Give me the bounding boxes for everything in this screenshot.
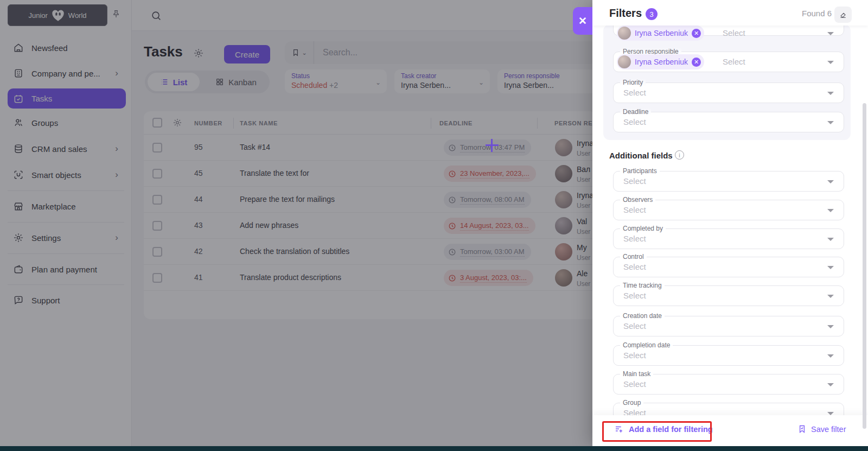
selected-person-chip: Iryna Serbeniuk ✕ [617,26,704,41]
dropdown-caret-icon [827,180,834,183]
plus-cursor-icon [486,139,499,152]
info-icon[interactable]: i [675,150,684,160]
field-label: Control [620,253,647,261]
filter-field-time-tracking[interactable]: Time tracking Select [613,285,844,306]
app-screen: Junior World Newsfeed Company and pe... … [0,0,868,451]
select-placeholder: Select [623,262,646,271]
dropdown-caret-icon [827,325,834,328]
bottom-edge-strip [0,446,868,451]
filters-panel-header: Filters 3 Found 6 [592,0,868,26]
filter-field-deadline[interactable]: Deadline Select [613,112,844,132]
filter-field-completed-by[interactable]: Completed by Select [613,228,844,249]
button-label: Save filter [811,425,846,434]
field-label: Group [620,399,643,406]
save-filter-button[interactable]: Save filter [797,424,846,434]
field-label: Participants [620,167,660,175]
field-label: Creation date [620,312,665,320]
scrollbar[interactable] [863,103,866,429]
close-panel-button[interactable]: ✕ [573,7,592,35]
dropdown-caret-icon [827,266,834,269]
filter-field-priority[interactable]: Priority Select [613,82,844,103]
remove-chip-icon[interactable]: ✕ [692,58,701,67]
select-placeholder: Select [623,291,646,300]
button-label: Add a field for filtering [629,425,713,434]
filter-field-participants[interactable]: Participants Select [613,171,844,192]
dropdown-caret-icon [827,61,834,64]
modal-overlay [0,0,592,451]
remove-chip-icon[interactable]: ✕ [692,29,701,38]
field-label: Completed by [620,225,666,232]
filter-field-completion-date[interactable]: Completion date Select [613,345,844,366]
filter-field-control[interactable]: Control Select [613,257,844,277]
filters-title: Filters [609,7,642,20]
select-placeholder: Select [623,321,646,331]
clear-filters-button[interactable] [834,7,852,23]
dropdown-caret-icon [827,92,834,95]
field-label: Main task [620,370,653,378]
dropdown-caret-icon [827,295,834,298]
chip-person-name: Iryna Serbeniuk [635,29,688,37]
save-bookmark-icon [797,424,807,434]
field-label: Priority [620,79,646,86]
filter-field-creation-date[interactable]: Creation date Select [613,316,844,336]
dropdown-caret-icon [827,121,834,124]
select-placeholder: Select [723,57,745,66]
dropdown-caret-icon [827,238,834,241]
add-field-for-filtering-button[interactable]: Add a field for filtering [614,424,713,434]
found-count: Found 6 [802,9,832,18]
chip-person-name: Iryna Serbeniuk [635,58,688,66]
filters-panel-footer: Add a field for filtering Save filter [592,415,868,446]
filter-field-person-responsible[interactable]: Person responsible Iryna Serbeniuk ✕ Sel… [613,52,844,72]
filters-count-badge: 3 [646,8,658,20]
avatar [618,55,631,68]
dropdown-caret-icon [827,32,834,35]
dropdown-caret-icon [827,354,834,358]
additional-fields-title: Additional fields [609,151,673,160]
filter-field-observers[interactable]: Observers Select [613,200,844,220]
select-placeholder: Select [623,176,646,186]
select-placeholder: Select [623,117,646,126]
field-label: Observers [620,196,655,204]
field-label: Completion date [620,341,673,349]
select-placeholder: Select [623,205,646,214]
filter-field-main-task[interactable]: Main task Select [613,374,844,395]
select-placeholder: Select [623,379,646,389]
dropdown-caret-icon [827,383,834,386]
select-placeholder: Select [623,88,646,97]
dropdown-caret-icon [827,209,834,212]
eraser-icon [839,10,847,19]
filter-add-icon [614,424,624,434]
select-placeholder: Select [623,234,646,243]
select-placeholder: Select [723,28,745,37]
filters-panel: Iryna Serbeniuk ✕ Select Person responsi… [592,0,868,446]
avatar [618,27,631,40]
selected-person-chip: Iryna Serbeniuk ✕ [617,54,704,69]
field-label: Deadline [620,108,651,116]
field-label: Time tracking [620,282,665,289]
select-placeholder: Select [623,351,646,360]
